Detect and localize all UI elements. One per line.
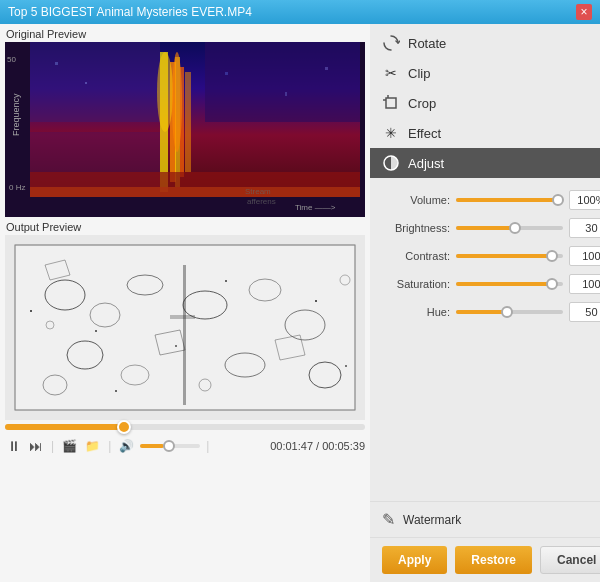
restore-button[interactable]: Restore [455, 546, 532, 574]
svg-rect-17 [285, 92, 287, 96]
hue-label: Hue: [382, 306, 450, 318]
svg-rect-47 [115, 390, 117, 392]
progress-thumb[interactable] [117, 420, 131, 434]
svg-rect-38 [183, 265, 186, 405]
rotate-icon [382, 34, 400, 52]
hue-slider-fill [456, 310, 505, 314]
output-svg [5, 235, 365, 420]
clip-label: Clip [408, 66, 430, 81]
hue-value[interactable] [569, 302, 600, 322]
separator-2: | [108, 439, 111, 453]
separator-1: | [51, 439, 54, 453]
watermark-icon: ✎ [382, 510, 395, 529]
clip-icon: ✂ [382, 64, 400, 82]
saturation-slider-fill [456, 282, 551, 286]
svg-rect-45 [345, 365, 347, 367]
svg-rect-43 [315, 300, 317, 302]
svg-rect-15 [85, 82, 87, 84]
svg-text:Frequency: Frequency [11, 93, 21, 136]
adjust-icon [382, 154, 400, 172]
svg-text:afferens: afferens [247, 197, 276, 206]
spectrogram-svg: Frequency 50 0 Hz Time ——> Stream affere… [5, 42, 365, 217]
skip-forward-button[interactable]: ⏭ [27, 438, 45, 454]
contrast-slider-thumb[interactable] [546, 250, 558, 262]
rotate-label: Rotate [408, 36, 446, 51]
adjust-section: Volume: Brightness: Contrast: [370, 182, 600, 501]
saturation-slider-thumb[interactable] [546, 278, 558, 290]
tool-adjust[interactable]: Adjust [370, 148, 600, 178]
save-button[interactable]: 📁 [83, 439, 102, 453]
cancel-button[interactable]: Cancel [540, 546, 600, 574]
volume-slider-track[interactable] [456, 198, 563, 202]
svg-rect-8 [205, 42, 360, 122]
volume-button[interactable]: 🔊 [117, 439, 136, 453]
close-button[interactable]: × [576, 4, 592, 20]
brightness-slider-thumb[interactable] [509, 222, 521, 234]
volume-fill [140, 444, 164, 448]
main-container: Original Preview [0, 24, 600, 582]
brightness-label: Brightness: [382, 222, 450, 234]
volume-thumb[interactable] [163, 440, 175, 452]
progress-track[interactable] [5, 424, 365, 430]
right-panel: Rotate ✂ Clip Crop ✳ Effect [370, 24, 600, 582]
tool-rotate[interactable]: Rotate [370, 28, 600, 58]
contrast-label: Contrast: [382, 250, 450, 262]
hue-row: Hue: [382, 302, 600, 322]
tool-crop[interactable]: Crop [370, 88, 600, 118]
volume-value[interactable] [569, 190, 600, 210]
saturation-label: Saturation: [382, 278, 450, 290]
saturation-value[interactable] [569, 274, 600, 294]
volume-slider-thumb[interactable] [552, 194, 564, 206]
footer-buttons: Apply Restore Cancel [370, 537, 600, 582]
volume-slider-fill [456, 198, 556, 202]
svg-rect-14 [55, 62, 58, 65]
separator-3: | [206, 439, 209, 453]
brightness-slider-fill [456, 226, 513, 230]
output-preview [5, 235, 365, 420]
output-preview-label: Output Preview [0, 217, 370, 235]
svg-text:Time ——>: Time ——> [295, 203, 336, 212]
svg-text:Stream: Stream [245, 187, 271, 196]
window-title: Top 5 BIGGEST Animal Mysteries EVER.MP4 [8, 5, 252, 19]
title-bar: Top 5 BIGGEST Animal Mysteries EVER.MP4 … [0, 0, 600, 24]
svg-rect-44 [95, 330, 97, 332]
watermark-label: Watermark [403, 513, 461, 527]
brightness-row: Brightness: [382, 218, 600, 238]
controls-row: ⏸ ⏭ | 🎬 📁 | 🔊 | 00:01:47 / 00:05:39 [5, 436, 365, 456]
brightness-slider-track[interactable] [456, 226, 563, 230]
contrast-row: Contrast: [382, 246, 600, 266]
progress-fill [5, 424, 120, 430]
brightness-value[interactable] [569, 218, 600, 238]
screenshot-button[interactable]: 🎬 [60, 439, 79, 453]
hue-slider-track[interactable] [456, 310, 563, 314]
svg-point-13 [172, 52, 182, 152]
svg-rect-6 [185, 72, 191, 172]
saturation-slider-track[interactable] [456, 282, 563, 286]
tool-menu: Rotate ✂ Clip Crop ✳ Effect [370, 24, 600, 182]
watermark-section[interactable]: ✎ Watermark [370, 501, 600, 537]
volume-row: Volume: [382, 190, 600, 210]
volume-label: Volume: [382, 194, 450, 206]
hue-slider-thumb[interactable] [501, 306, 513, 318]
tool-clip[interactable]: ✂ Clip [370, 58, 600, 88]
crop-label: Crop [408, 96, 436, 111]
tool-effect[interactable]: ✳ Effect [370, 118, 600, 148]
contrast-slider-track[interactable] [456, 254, 563, 258]
svg-rect-42 [175, 345, 177, 347]
original-preview: Frequency 50 0 Hz Time ——> Stream affere… [5, 42, 365, 217]
playback-bar: ⏸ ⏭ | 🎬 📁 | 🔊 | 00:01:47 / 00:05:39 [0, 420, 370, 458]
effect-icon: ✳ [382, 124, 400, 142]
effect-label: Effect [408, 126, 441, 141]
contrast-value[interactable] [569, 246, 600, 266]
volume-slider[interactable] [140, 444, 200, 448]
svg-rect-18 [325, 67, 328, 70]
left-panel: Original Preview [0, 24, 370, 582]
adjust-label: Adjust [408, 156, 444, 171]
svg-rect-16 [225, 72, 228, 75]
svg-rect-46 [30, 310, 32, 312]
svg-rect-41 [225, 280, 227, 282]
pause-button[interactable]: ⏸ [5, 438, 23, 454]
svg-rect-51 [386, 98, 396, 108]
apply-button[interactable]: Apply [382, 546, 447, 574]
svg-text:50: 50 [7, 55, 16, 64]
